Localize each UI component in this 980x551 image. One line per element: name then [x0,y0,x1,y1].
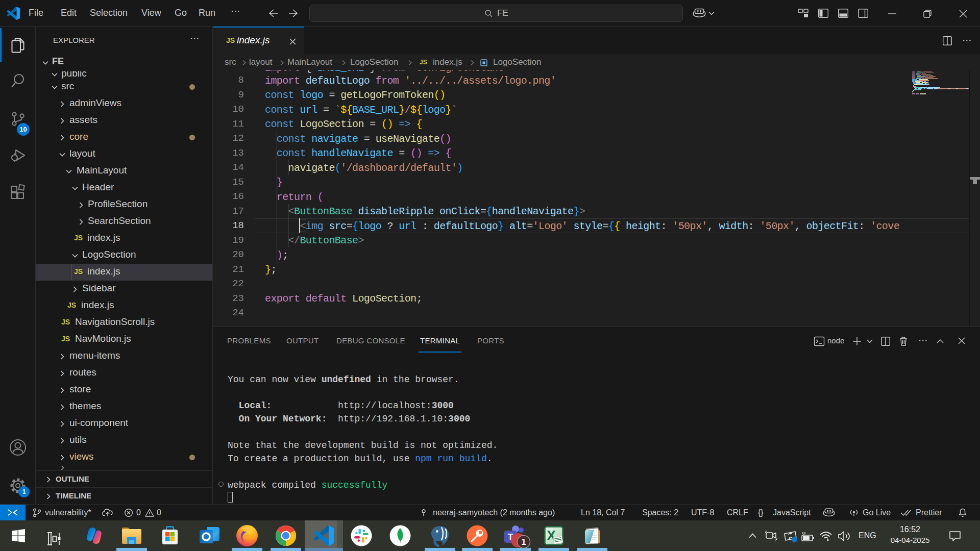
svg-text:1: 1 [521,537,526,547]
